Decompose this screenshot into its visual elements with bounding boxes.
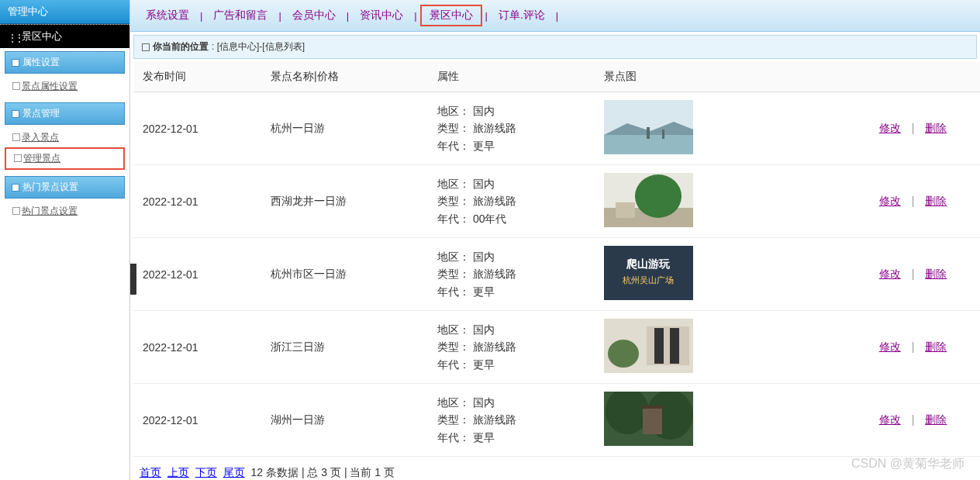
grip-icon	[8, 32, 17, 41]
menu-item[interactable]: 录入景点	[5, 128, 125, 147]
table-row: 2022-12-01杭州一日游地区： 国内类型： 旅游线路年代： 更早修改|删除	[133, 92, 980, 165]
sidebar-drag-handle[interactable]	[130, 264, 136, 295]
cell-actions: 修改|删除	[843, 238, 980, 311]
svg-rect-9	[604, 246, 693, 300]
cell-date: 2022-12-01	[133, 92, 261, 165]
delete-link[interactable]: 删除	[925, 122, 947, 134]
svg-rect-3	[647, 127, 650, 139]
cell-actions: 修改|删除	[843, 311, 980, 384]
topnav-item[interactable]: 景区中心	[420, 5, 482, 26]
delete-link[interactable]: 删除	[925, 340, 947, 353]
cell-attr: 地区： 国内类型： 旅游线路年代： 00年代	[428, 165, 595, 238]
delete-link[interactable]: 删除	[925, 413, 947, 426]
topnav-separator: |	[556, 10, 558, 22]
svg-rect-14	[654, 328, 664, 364]
svg-rect-15	[670, 328, 679, 364]
svg-rect-4	[662, 129, 664, 139]
breadcrumb-label: 你当前的位置	[153, 40, 209, 54]
watermark: CSDN @黄菊华老师	[851, 456, 964, 472]
cell-date: 2022-12-01	[133, 311, 261, 384]
svg-rect-8	[616, 202, 635, 218]
top-nav: 系统设置|广告和留言|会员中心|资讯中心|景区中心|订单.评论|	[130, 0, 980, 32]
cell-attr: 地区： 国内类型： 旅游线路年代： 更早	[428, 311, 595, 384]
action-separator: |	[912, 340, 915, 353]
menu-group-header[interactable]: 属性设置	[5, 51, 125, 74]
cell-name: 湖州一日游	[261, 384, 428, 457]
table-header: 属性	[428, 62, 595, 92]
menu-group: 热门景点设置热门景点设置	[5, 176, 125, 224]
svg-rect-20	[643, 407, 662, 434]
table-header: 发布时间	[133, 62, 261, 92]
svg-point-7	[635, 174, 682, 218]
thumbnail-image	[604, 173, 693, 227]
svg-text:杭州吴山广场: 杭州吴山广场	[622, 275, 674, 285]
cell-name: 杭州市区一日游	[261, 238, 428, 311]
edit-link[interactable]: 修改	[879, 413, 901, 426]
delete-link[interactable]: 删除	[925, 195, 947, 207]
square-icon	[12, 59, 19, 67]
page-summary: 12 条数据 | 总 3 页 | 当前 1 页	[251, 466, 395, 478]
thumbnail-image: 爬山游玩杭州吴山广场	[604, 246, 693, 300]
cell-image	[595, 92, 843, 165]
page-first[interactable]: 首页	[140, 466, 161, 478]
square-icon	[12, 110, 19, 118]
cell-image: 爬山游玩杭州吴山广场	[595, 238, 843, 311]
topnav-item[interactable]: 广告和留言	[205, 6, 275, 25]
topnav-item[interactable]: 系统设置	[138, 6, 197, 25]
menu-group-header[interactable]: 热门景点设置	[5, 176, 125, 199]
action-separator: |	[912, 413, 915, 426]
thumbnail-image	[604, 100, 693, 154]
sidebar-section-title: 景区中心	[0, 24, 129, 48]
data-table: 发布时间景点名称|价格属性景点图 2022-12-01杭州一日游地区： 国内类型…	[133, 62, 980, 457]
topnav-item[interactable]: 订单.评论	[491, 6, 553, 25]
menu-item[interactable]: 景点属性设置	[5, 77, 125, 96]
page-last[interactable]: 尾页	[223, 466, 245, 478]
cell-image	[595, 165, 843, 238]
action-separator: |	[912, 122, 915, 134]
thumbnail-image	[604, 392, 693, 446]
page-next[interactable]: 下页	[195, 466, 217, 478]
edit-link[interactable]: 修改	[879, 268, 901, 280]
edit-link[interactable]: 修改	[879, 340, 901, 353]
cell-actions: 修改|删除	[843, 165, 980, 238]
cell-date: 2022-12-01	[133, 165, 261, 238]
cell-actions: 修改|删除	[843, 384, 980, 457]
topnav-item[interactable]: 资讯中心	[352, 6, 411, 25]
edit-link[interactable]: 修改	[879, 195, 901, 207]
thumbnail-image	[604, 319, 693, 373]
edit-link[interactable]: 修改	[879, 122, 901, 134]
menu-group: 属性设置景点属性设置	[5, 51, 125, 99]
page-prev[interactable]: 上页	[167, 466, 189, 478]
table-header: 景点图	[595, 62, 843, 92]
action-separator: |	[912, 268, 915, 280]
topnav-separator: |	[485, 10, 488, 22]
cell-attr: 地区： 国内类型： 旅游线路年代： 更早	[428, 92, 595, 165]
cell-name: 西湖龙井一日游	[261, 165, 428, 238]
breadcrumb-icon	[142, 43, 150, 51]
menu-item[interactable]: 管理景点	[5, 147, 125, 170]
topnav-item[interactable]: 会员中心	[285, 6, 343, 25]
menu-group-header[interactable]: 景点管理	[5, 102, 125, 125]
cell-actions: 修改|删除	[843, 92, 980, 165]
square-icon	[12, 184, 19, 192]
cell-attr: 地区： 国内类型： 旅游线路年代： 更早	[428, 238, 595, 311]
table-header	[843, 62, 980, 92]
sidebar: 管理中心 景区中心 属性设置景点属性设置景点管理录入景点管理景点热门景点设置热门…	[0, 0, 130, 480]
table-row: 2022-12-01杭州市区一日游地区： 国内类型： 旅游线路年代： 更早爬山游…	[133, 238, 980, 311]
sidebar-title-text: 景区中心	[22, 29, 62, 43]
topnav-separator: |	[200, 10, 202, 22]
main-content: 系统设置|广告和留言|会员中心|资讯中心|景区中心|订单.评论| 你当前的位置 …	[130, 0, 980, 480]
cell-image	[595, 311, 843, 384]
svg-text:爬山游玩: 爬山游玩	[626, 257, 671, 270]
delete-link[interactable]: 删除	[925, 268, 947, 280]
cell-image	[595, 384, 843, 457]
breadcrumb-path: : [信息中心]-[信息列表]	[212, 40, 305, 54]
cell-attr: 地区： 国内类型： 旅游线路年代： 更早	[428, 384, 595, 457]
topnav-separator: |	[278, 10, 281, 22]
menu-group: 景点管理录入景点管理景点	[5, 102, 125, 173]
action-separator: |	[912, 195, 915, 207]
cell-name: 杭州一日游	[261, 92, 428, 165]
menu-item[interactable]: 热门景点设置	[5, 202, 125, 221]
topnav-separator: |	[414, 10, 416, 22]
breadcrumb: 你当前的位置 : [信息中心]-[信息列表]	[133, 35, 977, 59]
